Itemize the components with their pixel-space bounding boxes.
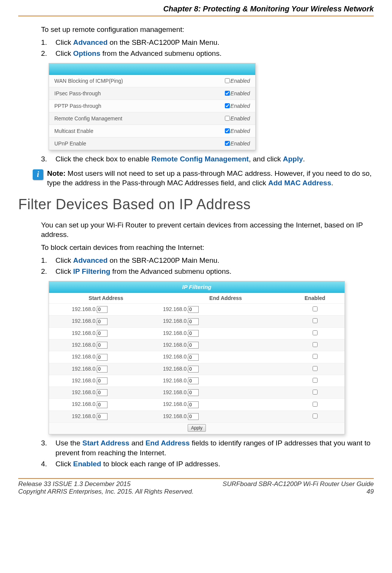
- ip-row: 192.168.0.192.168.0.: [49, 316, 345, 327]
- section2-p2: To block certain devices from reaching t…: [41, 243, 374, 253]
- ip-enabled-checkbox[interactable]: [313, 390, 318, 395]
- option-label: Multicast Enable: [54, 128, 225, 134]
- option-label: PPTP Pass-through: [54, 103, 225, 109]
- note-label: Note:: [47, 169, 66, 177]
- start-octet-input[interactable]: [97, 318, 107, 325]
- option-label: WAN Blocking of ICMP(Ping): [54, 78, 225, 84]
- options-screenshot: WAN Blocking of ICMP(Ping)EnabledIPsec P…: [49, 63, 256, 150]
- step-1: 1. Click Advanced on the SBR-AC1200P Mai…: [41, 38, 374, 47]
- option-label: UPnP Enable: [54, 140, 225, 147]
- ip-enabled-checkbox[interactable]: [313, 306, 318, 311]
- section2-title: Filter Devices Based on IP Address: [18, 196, 374, 213]
- end-octet-input[interactable]: [188, 306, 199, 313]
- end-octet-input[interactable]: [188, 342, 199, 349]
- ip-enabled-checkbox[interactable]: [313, 378, 318, 383]
- ip-enabled-checkbox[interactable]: [313, 342, 318, 347]
- ip-enabled-checkbox[interactable]: [313, 330, 318, 335]
- step-1: 1. Click Advanced on the SBR-AC1200P Mai…: [41, 256, 374, 265]
- enabled-text: Enabled: [231, 140, 250, 147]
- section2-p1: You can set up your Wi-Fi Router to prev…: [41, 220, 374, 240]
- ip-row: 192.168.0.192.168.0.: [49, 363, 345, 375]
- option-label: Remote Config Management: [54, 115, 225, 122]
- ip-prefix: 192.168.0.: [163, 342, 188, 348]
- ip-row: 192.168.0.192.168.0.: [49, 328, 345, 339]
- end-octet-input[interactable]: [188, 413, 199, 420]
- chapter-title: Chapter 8: Protecting & Monitoring Your …: [163, 5, 374, 13]
- options-row: PPTP Pass-throughEnabled: [49, 100, 255, 112]
- start-octet-input[interactable]: [97, 413, 107, 420]
- step-4: 4. Click Enabled to block each range of …: [41, 459, 374, 469]
- ip-prefix: 192.168.0.: [163, 366, 188, 372]
- note-block: i Note: Most users will not need to set …: [33, 169, 374, 188]
- start-octet-input[interactable]: [97, 354, 107, 361]
- link-enabled: Enabled: [73, 460, 101, 468]
- col-end: End Address: [163, 295, 288, 301]
- ip-prefix: 192.168.0.: [163, 318, 188, 324]
- end-octet-input[interactable]: [188, 389, 199, 396]
- options-row: WAN Blocking of ICMP(Ping)Enabled: [49, 75, 255, 87]
- step-number: 3.: [41, 438, 49, 458]
- ip-prefix: 192.168.0.: [163, 401, 188, 407]
- end-octet-input[interactable]: [188, 377, 199, 384]
- options-row: IPsec Pass-throughEnabled: [49, 87, 255, 100]
- ip-row: 192.168.0.192.168.0.: [49, 387, 345, 399]
- footer-release: Release 33 ISSUE 1.3 December 2015: [18, 480, 194, 488]
- start-octet-input[interactable]: [97, 377, 107, 384]
- link-remote-config: Remote Config Management: [151, 155, 249, 163]
- page-footer: Release 33 ISSUE 1.3 December 2015 Copyr…: [18, 478, 374, 496]
- enabled-text: Enabled: [231, 128, 250, 134]
- step-3: 3. Use the Start Address and End Address…: [41, 438, 374, 458]
- ip-table-header: Start Address End Address Enabled: [49, 293, 345, 304]
- end-octet-input[interactable]: [188, 318, 199, 325]
- end-octet-input[interactable]: [188, 354, 199, 361]
- ip-enabled-checkbox[interactable]: [313, 366, 318, 371]
- info-icon: i: [33, 169, 43, 180]
- end-octet-input[interactable]: [188, 366, 199, 373]
- link-add-mac: Add MAC Address: [268, 179, 331, 187]
- start-octet-input[interactable]: [97, 366, 107, 373]
- link-options: Options: [73, 49, 100, 57]
- ip-prefix: 192.168.0.: [72, 354, 97, 360]
- step-number: 3.: [41, 154, 49, 164]
- end-octet-input[interactable]: [188, 401, 199, 408]
- start-octet-input[interactable]: [97, 342, 107, 349]
- ip-prefix: 192.168.0.: [163, 306, 188, 312]
- ip-prefix: 192.168.0.: [163, 413, 188, 419]
- ip-prefix: 192.168.0.: [163, 377, 188, 384]
- start-octet-input[interactable]: [97, 389, 107, 396]
- step-2: 2. Click Options from the Advanced subme…: [41, 49, 374, 58]
- enabled-checkbox[interactable]: [225, 91, 230, 96]
- ip-enabled-checkbox[interactable]: [313, 414, 318, 418]
- link-start-address: Start Address: [82, 439, 130, 447]
- enabled-checkbox[interactable]: [225, 141, 230, 146]
- enabled-checkbox[interactable]: [225, 128, 230, 133]
- step-2: 2. Click IP Filtering from the Advanced …: [41, 267, 374, 276]
- start-octet-input[interactable]: [97, 401, 107, 408]
- start-octet-input[interactable]: [97, 330, 107, 337]
- ip-row: 192.168.0.192.168.0.: [49, 411, 345, 423]
- ip-enabled-checkbox[interactable]: [313, 402, 318, 407]
- page-header: Chapter 8: Protecting & Monitoring Your …: [18, 0, 374, 16]
- ip-prefix: 192.168.0.: [72, 306, 97, 312]
- start-octet-input[interactable]: [97, 306, 107, 313]
- enabled-text: Enabled: [231, 90, 250, 96]
- step-number: 4.: [41, 459, 49, 469]
- col-start: Start Address: [49, 295, 163, 301]
- enabled-text: Enabled: [231, 115, 250, 122]
- ip-prefix: 192.168.0.: [72, 389, 97, 395]
- ip-enabled-checkbox[interactable]: [313, 354, 318, 359]
- link-ip-filtering: IP Filtering: [73, 267, 110, 275]
- options-row: UPnP EnableEnabled: [49, 137, 255, 150]
- link-advanced: Advanced: [73, 38, 107, 46]
- ip-row: 192.168.0.192.168.0.: [49, 399, 345, 410]
- link-advanced: Advanced: [73, 256, 107, 264]
- enabled-checkbox[interactable]: [225, 116, 230, 121]
- options-row: Multicast EnableEnabled: [49, 125, 255, 137]
- end-octet-input[interactable]: [188, 330, 199, 337]
- footer-copyright: Copyright ARRIS Enterprises, Inc. 2015. …: [18, 488, 194, 496]
- ip-enabled-checkbox[interactable]: [313, 318, 318, 323]
- enabled-checkbox[interactable]: [225, 78, 230, 83]
- apply-button[interactable]: Apply: [188, 424, 206, 432]
- enabled-checkbox[interactable]: [225, 103, 230, 108]
- screenshot-titlebar: [49, 63, 255, 75]
